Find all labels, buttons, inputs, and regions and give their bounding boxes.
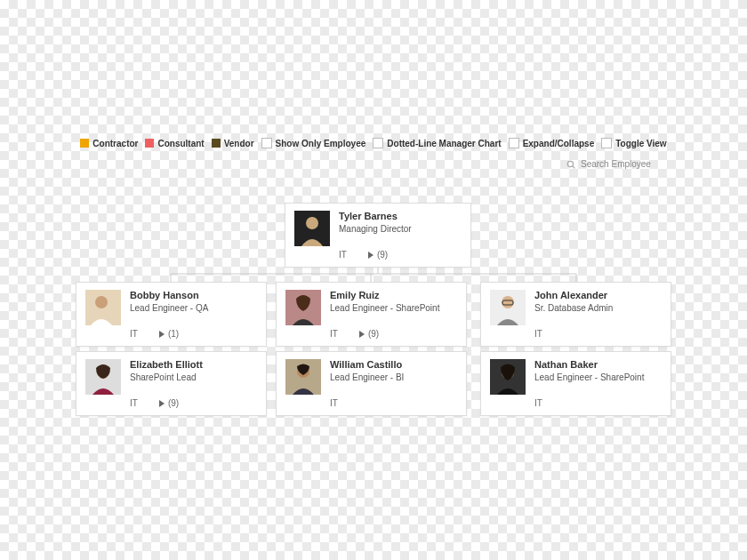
legend-label: Show Only Employee xyxy=(276,139,366,148)
employee-title: Lead Engineer - SharePoint xyxy=(534,372,644,382)
checkbox-icon xyxy=(261,138,272,148)
toggle-view-checkbox[interactable]: Toggle View xyxy=(601,138,666,148)
play-icon xyxy=(159,400,165,407)
employee-name: Nathan Baker xyxy=(534,359,644,370)
svg-line-1 xyxy=(573,165,575,168)
employee-title: SharePoint Lead xyxy=(130,372,203,382)
vendor-swatch xyxy=(212,139,221,148)
reports-toggle[interactable]: (9) xyxy=(368,250,388,260)
legend-contractor: Contractor xyxy=(80,139,138,148)
consultant-swatch xyxy=(145,139,154,148)
search-row xyxy=(566,158,671,170)
search-input[interactable] xyxy=(579,158,671,170)
dept-label: IT xyxy=(330,398,338,408)
show-only-employee-checkbox[interactable]: Show Only Employee xyxy=(261,138,366,148)
checkbox-icon xyxy=(373,138,383,148)
dotted-line-checkbox[interactable]: Dotted-Line Manager Chart xyxy=(373,138,501,148)
avatar xyxy=(285,290,321,325)
legend-label: Toggle View xyxy=(615,139,666,148)
dept-label: IT xyxy=(534,398,542,408)
avatar xyxy=(285,359,321,395)
org-card[interactable]: Emily Ruiz Lead Engineer - SharePoint IT… xyxy=(276,282,467,347)
reports-count: (9) xyxy=(377,250,388,260)
legend-label: Expand/Collapse xyxy=(523,139,595,148)
svg-point-8 xyxy=(306,217,318,229)
avatar xyxy=(85,290,121,325)
avatar xyxy=(490,359,526,395)
employee-name: Emily Ruiz xyxy=(330,290,439,300)
employee-name: William Castillo xyxy=(330,359,404,370)
svg-point-0 xyxy=(567,161,573,166)
play-icon xyxy=(359,331,365,338)
reports-count: (9) xyxy=(368,329,379,339)
legend-vendor: Vendor xyxy=(212,139,254,148)
contractor-swatch xyxy=(80,139,89,148)
employee-title: Managing Director xyxy=(339,224,412,234)
checkbox-icon xyxy=(601,138,612,148)
reports-count: (9) xyxy=(168,398,179,408)
org-card-root[interactable]: Tyler Barnes Managing Director IT (9) xyxy=(285,203,471,268)
avatar xyxy=(85,359,121,395)
employee-name: Bobby Hanson xyxy=(130,290,208,300)
legend-label: Dotted-Line Manager Chart xyxy=(387,139,501,148)
legend-label: Contractor xyxy=(92,139,138,148)
avatar xyxy=(490,290,526,325)
legend-label: Vendor xyxy=(224,139,254,148)
avatar xyxy=(294,211,330,246)
employee-title: Lead Engineer - BI xyxy=(330,372,404,382)
reports-toggle[interactable]: (9) xyxy=(159,398,179,408)
dept-label: IT xyxy=(534,329,542,339)
reports-count: (1) xyxy=(168,329,179,339)
employee-title: Lead Engineer - SharePoint xyxy=(330,303,439,313)
reports-toggle[interactable]: (1) xyxy=(159,329,179,339)
org-chart-connectors xyxy=(0,0,747,560)
dept-label: IT xyxy=(130,329,138,339)
employee-title: Sr. Database Admin xyxy=(534,303,613,313)
play-icon xyxy=(368,252,374,259)
employee-name: John Alexander xyxy=(534,290,613,300)
org-card[interactable]: Elizabeth Elliott SharePoint Lead IT (9) xyxy=(76,351,267,416)
org-card[interactable]: William Castillo Lead Engineer - BI IT xyxy=(276,351,467,416)
employee-name: Tyler Barnes xyxy=(339,211,412,221)
expand-collapse-checkbox[interactable]: Expand/Collapse xyxy=(509,138,595,148)
search-icon xyxy=(566,160,575,169)
svg-point-10 xyxy=(95,296,108,308)
employee-title: Lead Engineer - QA xyxy=(130,303,208,313)
org-card[interactable]: Bobby Hanson Lead Engineer - QA IT (1) xyxy=(76,282,267,347)
org-card[interactable]: Nathan Baker Lead Engineer - SharePoint … xyxy=(480,351,671,416)
legend-bar: Contractor Consultant Vendor Show Only E… xyxy=(0,138,747,148)
dept-label: IT xyxy=(130,398,138,408)
dept-label: IT xyxy=(330,329,338,339)
legend-consultant: Consultant xyxy=(145,139,204,148)
legend-label: Consultant xyxy=(157,139,204,148)
dept-label: IT xyxy=(339,250,347,260)
employee-name: Elizabeth Elliott xyxy=(130,359,203,370)
reports-toggle[interactable]: (9) xyxy=(359,329,379,339)
play-icon xyxy=(159,331,165,338)
checkbox-icon xyxy=(509,138,519,148)
org-card[interactable]: John Alexander Sr. Database Admin IT xyxy=(480,282,671,347)
svg-point-14 xyxy=(502,296,514,308)
